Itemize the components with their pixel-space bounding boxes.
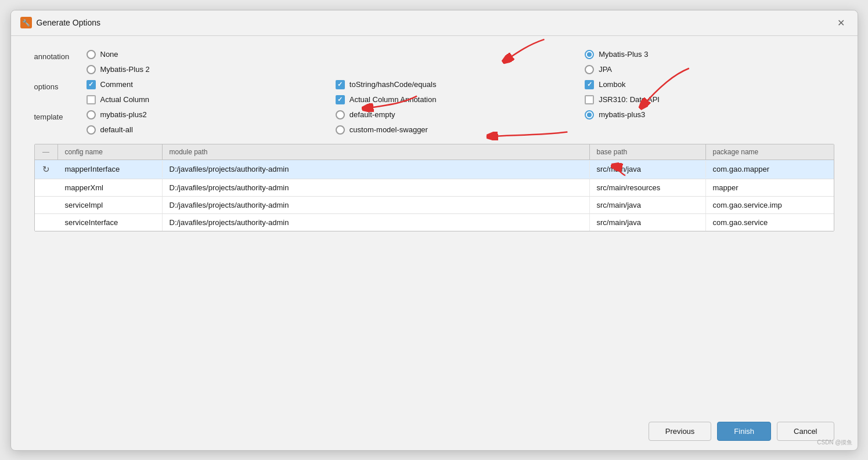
checkbox-actual-column-label: Actual Column (100, 95, 150, 104)
finish-button[interactable]: Finish (717, 422, 771, 441)
checkbox-tostring-input[interactable] (336, 80, 345, 89)
config-table: — config name module path base path pack… (34, 144, 834, 231)
radio-jpa-input[interactable] (585, 65, 594, 74)
radio-mybatis-plus3-template[interactable]: mybatis-plus3 (585, 110, 834, 119)
refresh-icon[interactable]: ↻ (42, 164, 50, 174)
checkbox-jsr310-input[interactable] (585, 95, 594, 104)
table-cell-refresh-icon[interactable]: ↻ (35, 160, 58, 179)
table-cell-package-4: com.gao.service (706, 214, 834, 231)
table-cell-module-4: D:/javafiles/projects/authority-admin (163, 214, 590, 231)
dialog-footer: Previous Finish Cancel CSDN @摸鱼 (11, 412, 858, 450)
radio-jpa-label: JPA (599, 65, 612, 74)
dialog-content: annotation None Mybatis-Plus 2 (11, 36, 858, 412)
table-cell-config-1: mapperInterface (58, 161, 163, 178)
checkbox-actual-column[interactable]: Actual Column (87, 95, 336, 104)
radio-mybatis-plus2-template-input[interactable] (87, 110, 96, 119)
options-col-3: Lombok JSR310: Date API (585, 80, 834, 104)
table-row[interactable]: serviceImpl D:/javafiles/projects/author… (35, 197, 834, 214)
table-cell-config-3: serviceImpl (58, 197, 163, 213)
radio-default-empty[interactable]: default-empty (336, 110, 585, 119)
radio-custom-model-swagger-input[interactable] (336, 125, 345, 135)
checkbox-actual-col-annotation-input[interactable] (336, 95, 345, 104)
radio-mybatis-plus2-label: Mybatis-Plus 2 (100, 65, 150, 74)
radio-custom-model-swagger[interactable]: custom-model-swagger (336, 125, 585, 135)
radio-mybatis-plus2-template[interactable]: mybatis-plus2 (87, 110, 336, 119)
table-cell-base-2: src/main/resources (590, 179, 706, 196)
close-button[interactable]: ✕ (834, 16, 848, 30)
annotation-options: None Mybatis-Plus 2 Mybatis-Plus 3 (87, 50, 834, 74)
footer-note: CSDN @摸鱼 (817, 439, 852, 447)
generate-options-dialog: 🔧 Generate Options ✕ annotation None Myb… (10, 10, 858, 451)
radio-none[interactable]: None (87, 50, 336, 59)
checkbox-tostring[interactable]: toString/hashCode/equals (336, 80, 585, 89)
annotation-col-1: None Mybatis-Plus 2 (87, 50, 336, 74)
annotation-col-3: Mybatis-Plus 3 JPA (585, 50, 834, 74)
radio-mybatis-plus3-label: Mybatis-Plus 3 (599, 50, 648, 59)
table-cell-icon-2 (35, 183, 58, 191)
options-col-1: Comment Actual Column (87, 80, 336, 104)
table-header-base: base path (590, 144, 706, 160)
table-cell-base-1: src/main/java (590, 161, 706, 178)
template-label: template (34, 110, 87, 121)
checkbox-comment-input[interactable] (87, 80, 96, 89)
template-row: template mybatis-plus2 default-all d (34, 110, 834, 135)
table-row[interactable]: ↻ mapperInterface D:/javafiles/projects/… (35, 160, 834, 179)
radio-custom-model-swagger-label: custom-model-swagger (350, 125, 428, 134)
radio-default-all-label: default-all (100, 125, 133, 134)
table-cell-config-4: serviceInterface (58, 214, 163, 231)
radio-default-empty-input[interactable] (336, 110, 345, 119)
table-cell-module-1: D:/javafiles/projects/authority-admin (163, 161, 590, 178)
table-row[interactable]: mapperXml D:/javafiles/projects/authorit… (35, 179, 834, 197)
annotation-row: annotation None Mybatis-Plus 2 (34, 50, 834, 74)
table-header-module: module path (163, 144, 590, 160)
radio-mybatis-plus3-template-input[interactable] (585, 110, 594, 119)
radio-mybatis-plus3-input[interactable] (585, 50, 594, 59)
checkbox-jsr310[interactable]: JSR310: Date API (585, 95, 834, 104)
checkbox-lombok-label: Lombok (599, 80, 625, 89)
radio-default-empty-label: default-empty (350, 110, 395, 119)
checkbox-lombok[interactable]: Lombok (585, 80, 834, 89)
template-col-3: mybatis-plus3 (585, 110, 834, 135)
options-row: options Comment Actual Column toStri (34, 80, 834, 104)
checkbox-comment[interactable]: Comment (87, 80, 336, 89)
checkbox-lombok-input[interactable] (585, 80, 594, 89)
checkbox-actual-column-input[interactable] (87, 95, 96, 104)
radio-jpa[interactable]: JPA (585, 65, 834, 74)
annotation-label: annotation (34, 50, 87, 61)
dialog-title: Generate Options (37, 18, 834, 27)
radio-mybatis-plus2-template-label: mybatis-plus2 (100, 110, 147, 119)
template-col-2: default-empty custom-model-swagger (336, 110, 585, 135)
table-cell-icon-4 (35, 218, 58, 226)
radio-default-all-input[interactable] (87, 125, 96, 135)
radio-none-input[interactable] (87, 50, 96, 59)
table-cell-config-2: mapperXml (58, 179, 163, 196)
checkbox-actual-col-annotation-label: Actual Column Annotation (350, 95, 437, 104)
table-cell-package-1: com.gao.mapper (706, 161, 834, 178)
table-cell-module-3: D:/javafiles/projects/authority-admin (163, 197, 590, 213)
radio-mybatis-plus2[interactable]: Mybatis-Plus 2 (87, 65, 336, 74)
title-bar: 🔧 Generate Options ✕ (11, 10, 858, 36)
radio-default-all[interactable]: default-all (87, 125, 336, 135)
checkbox-jsr310-label: JSR310: Date API (599, 95, 660, 104)
radio-none-label: None (100, 50, 118, 59)
table-cell-base-3: src/main/java (590, 197, 706, 213)
table-cell-icon-3 (35, 201, 58, 209)
radio-mybatis-plus2-input[interactable] (87, 65, 96, 74)
annotation-col-2 (336, 50, 585, 74)
table-header-package: package name (706, 144, 834, 160)
radio-mybatis-plus3-template-label: mybatis-plus3 (599, 110, 645, 119)
table-header-config: config name (58, 144, 163, 160)
table-header: — config name module path base path pack… (35, 144, 834, 160)
options-col-2: toString/hashCode/equals Actual Column A… (336, 80, 585, 104)
checkbox-actual-col-annotation[interactable]: Actual Column Annotation (336, 95, 585, 104)
app-icon: 🔧 (20, 17, 32, 28)
table-cell-module-2: D:/javafiles/projects/authority-admin (163, 179, 590, 196)
table-row[interactable]: serviceInterface D:/javafiles/projects/a… (35, 214, 834, 231)
previous-button[interactable]: Previous (649, 422, 712, 441)
checkbox-tostring-label: toString/hashCode/equals (350, 80, 437, 89)
table-header-icon: — (35, 144, 58, 160)
template-col-1: mybatis-plus2 default-all (87, 110, 336, 135)
table-cell-package-2: mapper (706, 179, 834, 196)
template-options: mybatis-plus2 default-all default-empty … (87, 110, 834, 135)
radio-mybatis-plus3[interactable]: Mybatis-Plus 3 (585, 50, 834, 59)
